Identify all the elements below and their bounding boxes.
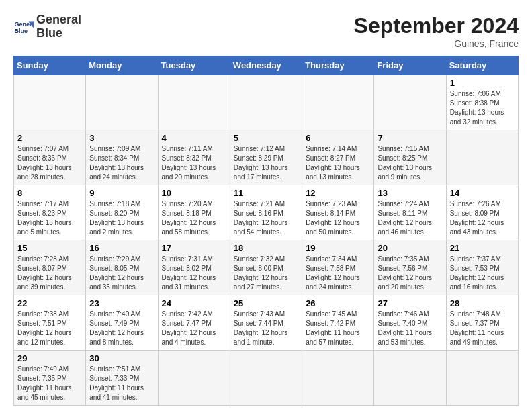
day-number: 13 bbox=[378, 188, 442, 198]
header-cell-tuesday: Tuesday bbox=[158, 56, 230, 75]
calendar-header: SundayMondayTuesdayWednesdayThursdayFrid… bbox=[14, 56, 519, 75]
calendar-cell: 5Sunrise: 7:12 AM Sunset: 8:29 PM Daylig… bbox=[230, 130, 302, 185]
day-number: 4 bbox=[162, 133, 226, 143]
day-number: 5 bbox=[234, 133, 298, 143]
day-number: 6 bbox=[306, 133, 370, 143]
day-number: 25 bbox=[234, 298, 298, 308]
calendar-cell bbox=[374, 351, 446, 406]
calendar-cell bbox=[446, 351, 518, 406]
day-number: 21 bbox=[450, 243, 515, 253]
calendar-cell: 17Sunrise: 7:31 AM Sunset: 8:02 PM Dayli… bbox=[158, 240, 230, 295]
calendar-week-1: 1Sunrise: 7:06 AM Sunset: 8:38 PM Daylig… bbox=[14, 75, 519, 130]
day-info: Sunrise: 7:14 AM Sunset: 8:27 PM Dayligh… bbox=[306, 144, 370, 182]
day-info: Sunrise: 7:37 AM Sunset: 7:53 PM Dayligh… bbox=[450, 255, 515, 292]
calendar-cell: 23Sunrise: 7:40 AM Sunset: 7:49 PM Dayli… bbox=[86, 295, 158, 351]
day-info: Sunrise: 7:12 AM Sunset: 8:29 PM Dayligh… bbox=[234, 144, 298, 182]
calendar-cell bbox=[14, 75, 86, 130]
day-number: 17 bbox=[162, 243, 226, 253]
day-info: Sunrise: 7:29 AM Sunset: 8:05 PM Dayligh… bbox=[89, 255, 154, 292]
calendar-cell: 11Sunrise: 7:21 AM Sunset: 8:16 PM Dayli… bbox=[230, 185, 302, 240]
calendar-body: 1Sunrise: 7:06 AM Sunset: 8:38 PM Daylig… bbox=[14, 75, 519, 406]
logo: General Blue General Blue bbox=[13, 13, 81, 40]
day-number: 28 bbox=[450, 298, 515, 308]
day-number: 15 bbox=[17, 243, 82, 253]
calendar-cell: 12Sunrise: 7:23 AM Sunset: 8:14 PM Dayli… bbox=[302, 185, 374, 240]
calendar-cell: 1Sunrise: 7:06 AM Sunset: 8:38 PM Daylig… bbox=[446, 75, 518, 130]
calendar-week-4: 15Sunrise: 7:28 AM Sunset: 8:07 PM Dayli… bbox=[14, 240, 519, 295]
calendar-week-2: 2Sunrise: 7:07 AM Sunset: 8:36 PM Daylig… bbox=[14, 130, 519, 185]
day-info: Sunrise: 7:32 AM Sunset: 8:00 PM Dayligh… bbox=[234, 255, 298, 292]
day-number: 19 bbox=[306, 243, 370, 253]
day-number: 11 bbox=[234, 188, 298, 198]
day-number: 22 bbox=[17, 298, 82, 308]
calendar-cell: 6Sunrise: 7:14 AM Sunset: 8:27 PM Daylig… bbox=[302, 130, 374, 185]
day-info: Sunrise: 7:34 AM Sunset: 7:58 PM Dayligh… bbox=[306, 255, 370, 292]
day-info: Sunrise: 7:09 AM Sunset: 8:34 PM Dayligh… bbox=[89, 144, 154, 182]
calendar-cell bbox=[374, 75, 446, 130]
calendar-cell bbox=[230, 351, 302, 406]
day-number: 16 bbox=[89, 243, 154, 253]
day-info: Sunrise: 7:17 AM Sunset: 8:23 PM Dayligh… bbox=[17, 199, 82, 237]
calendar-cell bbox=[86, 75, 158, 130]
day-info: Sunrise: 7:31 AM Sunset: 8:02 PM Dayligh… bbox=[162, 255, 226, 292]
calendar-cell: 14Sunrise: 7:26 AM Sunset: 8:09 PM Dayli… bbox=[446, 185, 518, 240]
calendar-cell: 21Sunrise: 7:37 AM Sunset: 7:53 PM Dayli… bbox=[446, 240, 518, 295]
day-info: Sunrise: 7:24 AM Sunset: 8:11 PM Dayligh… bbox=[378, 199, 442, 237]
day-info: Sunrise: 7:15 AM Sunset: 8:25 PM Dayligh… bbox=[378, 144, 442, 182]
day-number: 20 bbox=[378, 243, 442, 253]
day-info: Sunrise: 7:51 AM Sunset: 7:33 PM Dayligh… bbox=[89, 365, 154, 402]
day-info: Sunrise: 7:45 AM Sunset: 7:42 PM Dayligh… bbox=[306, 310, 370, 347]
day-number: 29 bbox=[17, 353, 82, 363]
day-info: Sunrise: 7:35 AM Sunset: 7:56 PM Dayligh… bbox=[378, 255, 442, 292]
calendar-cell bbox=[446, 130, 518, 185]
calendar-cell: 19Sunrise: 7:34 AM Sunset: 7:58 PM Dayli… bbox=[302, 240, 374, 295]
calendar-cell: 27Sunrise: 7:46 AM Sunset: 7:40 PM Dayli… bbox=[374, 295, 446, 351]
day-info: Sunrise: 7:48 AM Sunset: 7:37 PM Dayligh… bbox=[450, 310, 515, 347]
day-info: Sunrise: 7:11 AM Sunset: 8:32 PM Dayligh… bbox=[162, 144, 226, 182]
header-cell-monday: Monday bbox=[86, 56, 158, 75]
day-info: Sunrise: 7:23 AM Sunset: 8:14 PM Dayligh… bbox=[306, 199, 370, 237]
calendar-cell bbox=[230, 75, 302, 130]
calendar-cell: 24Sunrise: 7:42 AM Sunset: 7:47 PM Dayli… bbox=[158, 295, 230, 351]
day-number: 23 bbox=[89, 298, 154, 308]
day-info: Sunrise: 7:28 AM Sunset: 8:07 PM Dayligh… bbox=[17, 255, 82, 292]
day-number: 26 bbox=[306, 298, 370, 308]
calendar-cell: 4Sunrise: 7:11 AM Sunset: 8:32 PM Daylig… bbox=[158, 130, 230, 185]
calendar-cell: 16Sunrise: 7:29 AM Sunset: 8:05 PM Dayli… bbox=[86, 240, 158, 295]
calendar-cell: 9Sunrise: 7:18 AM Sunset: 8:20 PM Daylig… bbox=[86, 185, 158, 240]
day-number: 27 bbox=[378, 298, 442, 308]
calendar-cell: 25Sunrise: 7:43 AM Sunset: 7:44 PM Dayli… bbox=[230, 295, 302, 351]
day-info: Sunrise: 7:46 AM Sunset: 7:40 PM Dayligh… bbox=[378, 310, 442, 347]
calendar-cell: 7Sunrise: 7:15 AM Sunset: 8:25 PM Daylig… bbox=[374, 130, 446, 185]
day-number: 24 bbox=[162, 298, 226, 308]
calendar-cell: 26Sunrise: 7:45 AM Sunset: 7:42 PM Dayli… bbox=[302, 295, 374, 351]
calendar-cell: 13Sunrise: 7:24 AM Sunset: 8:11 PM Dayli… bbox=[374, 185, 446, 240]
day-info: Sunrise: 7:38 AM Sunset: 7:51 PM Dayligh… bbox=[17, 310, 82, 347]
calendar-week-5: 22Sunrise: 7:38 AM Sunset: 7:51 PM Dayli… bbox=[14, 295, 519, 351]
calendar-cell bbox=[158, 351, 230, 406]
header-cell-sunday: Sunday bbox=[14, 56, 86, 75]
svg-text:Blue: Blue bbox=[15, 28, 28, 34]
day-number: 9 bbox=[89, 188, 154, 198]
header-cell-thursday: Thursday bbox=[302, 56, 374, 75]
calendar-cell bbox=[302, 75, 374, 130]
calendar-cell bbox=[158, 75, 230, 130]
day-info: Sunrise: 7:40 AM Sunset: 7:49 PM Dayligh… bbox=[89, 310, 154, 347]
calendar-week-6: 29Sunrise: 7:49 AM Sunset: 7:35 PM Dayli… bbox=[14, 351, 519, 406]
day-info: Sunrise: 7:21 AM Sunset: 8:16 PM Dayligh… bbox=[234, 199, 298, 237]
header-cell-saturday: Saturday bbox=[446, 56, 518, 75]
logo-text: General Blue bbox=[36, 13, 81, 40]
calendar-cell: 18Sunrise: 7:32 AM Sunset: 8:00 PM Dayli… bbox=[230, 240, 302, 295]
title-block: September 2024 Guines, France bbox=[354, 13, 519, 49]
day-number: 1 bbox=[450, 78, 515, 88]
month-title: September 2024 bbox=[354, 13, 519, 38]
calendar-cell bbox=[302, 351, 374, 406]
day-number: 14 bbox=[450, 188, 515, 198]
day-number: 3 bbox=[89, 133, 154, 143]
location: Guines, France bbox=[354, 38, 519, 49]
calendar-cell: 20Sunrise: 7:35 AM Sunset: 7:56 PM Dayli… bbox=[374, 240, 446, 295]
day-number: 7 bbox=[378, 133, 442, 143]
logo-icon: General Blue bbox=[13, 17, 34, 37]
day-info: Sunrise: 7:26 AM Sunset: 8:09 PM Dayligh… bbox=[450, 199, 515, 237]
day-info: Sunrise: 7:42 AM Sunset: 7:47 PM Dayligh… bbox=[162, 310, 226, 347]
